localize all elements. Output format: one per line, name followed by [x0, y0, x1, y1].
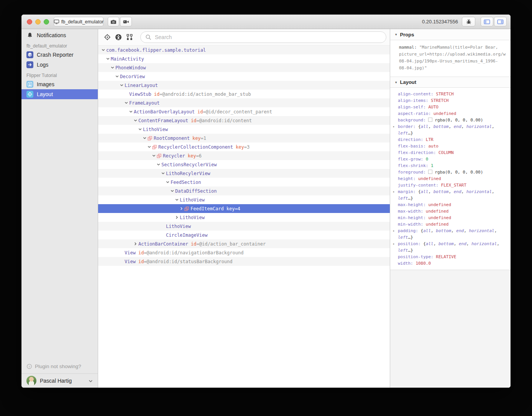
tree-node-FeedItemCard[interactable]: FeedItemCardkey=4 — [98, 204, 390, 213]
tree-node-ActionBarOverlayLayout[interactable]: ActionBarOverlayLayoutid=@id/decor_conte… — [98, 107, 390, 116]
chevron-down-icon[interactable] — [152, 154, 157, 158]
tree-node-CircleImageView[interactable]: CircleImageView — [98, 231, 390, 239]
layout-prop-value[interactable]: undefined — [418, 176, 441, 181]
chevron-down-icon[interactable] — [143, 136, 148, 141]
screen-record-button[interactable] — [120, 17, 132, 26]
tree-node-LithoView[interactable]: LithoView — [98, 195, 390, 204]
close-window-button[interactable] — [27, 19, 32, 25]
chevron-down-icon[interactable] — [133, 118, 138, 123]
layout-prop-value[interactable]: LTR — [426, 137, 433, 142]
layout-prop-value[interactable]: STRETCH — [431, 98, 448, 103]
bug-report-button[interactable] — [462, 17, 475, 26]
props-section-header[interactable]: ▾ Props — [390, 29, 511, 40]
layout-prop-border[interactable]: ▸border: {all, bottom, end, horizontal, … — [390, 123, 511, 136]
chevron-down-icon[interactable] — [110, 66, 115, 70]
sidebar-item-notifications[interactable]: Notifications — [21, 30, 98, 40]
expand-triangle-icon[interactable]: ▸ — [393, 241, 395, 247]
layout-prop-padding[interactable]: ▸padding: {all, bottom, end, horizontal,… — [390, 228, 511, 241]
layout-prop-value[interactable]: 0 — [426, 157, 429, 162]
layout-prop-value[interactable]: auto — [428, 144, 438, 149]
tree-node-com.facebook.flipper.sample.tutorial[interactable]: com.facebook.flipper.sample.tutorial — [98, 46, 390, 54]
comma: , — [461, 189, 466, 194]
chevron-down-icon[interactable] — [101, 48, 106, 52]
device-tab[interactable]: fb_default_emulator — [54, 17, 103, 26]
layout-prop-value[interactable]: undefined — [428, 215, 451, 220]
tree-node-DecorView[interactable]: DecorView — [98, 72, 390, 81]
layout-prop-value[interactable]: AUTO — [428, 105, 438, 110]
search-box[interactable] — [140, 31, 386, 43]
layout-section-header[interactable]: ▾ Layout — [390, 77, 511, 88]
tree-node-LithoView[interactable]: LithoView — [98, 213, 390, 222]
accessibility-button[interactable] — [113, 32, 124, 43]
chevron-down-icon[interactable] — [161, 171, 166, 176]
layout-prop-value[interactable]: undefined — [433, 111, 456, 116]
tree-node-MainActivity[interactable]: MainActivity — [98, 54, 390, 63]
tree-node-RecyclerCollectionComponent[interactable]: RecyclerCollectionComponentkey=3 — [98, 142, 390, 151]
tree-node-DataDiffSection[interactable]: DataDiffSection — [98, 187, 390, 195]
chevron-right-icon[interactable] — [133, 242, 138, 246]
tree-node-ContentFrameLayout[interactable]: ContentFrameLayoutid=@android:id/content — [98, 116, 390, 125]
chevron-right-icon[interactable] — [175, 215, 180, 220]
sidebar-item-crash-reporter[interactable]: Crash Reporter — [21, 50, 98, 60]
plugin-not-showing-link[interactable]: ? Plugin not showing? — [21, 361, 98, 371]
chevron-down-icon[interactable] — [147, 145, 152, 149]
user-menu[interactable]: Pascal Hartig — [21, 373, 98, 388]
chevron-down-icon[interactable] — [106, 57, 111, 61]
tree-node-View[interactable]: Viewid=@android:id/navigationBarBackgrou… — [98, 248, 390, 257]
minimize-window-button[interactable] — [35, 19, 41, 25]
chevron-down-icon[interactable] — [115, 74, 120, 79]
comma: , — [494, 228, 497, 233]
zoom-window-button[interactable] — [44, 19, 49, 25]
sidebar-item-logs[interactable]: Logs — [21, 60, 98, 70]
chevron-down-icon[interactable] — [175, 198, 180, 202]
layout-prop-value[interactable]: COLUMN — [438, 150, 454, 155]
sidebar-item-images[interactable]: Images — [21, 79, 98, 89]
color-swatch-checkbox[interactable] — [428, 118, 432, 122]
layout-prop-position[interactable]: ▸position: {all, bottom, end, horizontal… — [390, 241, 511, 254]
tree-node-FrameLayout[interactable]: FrameLayout — [98, 98, 390, 107]
layout-prop-value[interactable]: RELATIVE — [436, 254, 456, 259]
layout-prop-margin[interactable]: ▸margin: {all, bottom, end, horizontal, … — [390, 188, 511, 201]
layout-prop-value[interactable]: STRETCH — [436, 92, 453, 97]
layout-prop-flex-basis: flex-basis: auto — [390, 143, 511, 149]
chevron-down-icon[interactable] — [166, 180, 171, 185]
inspect-target-button[interactable] — [102, 32, 113, 43]
tree-node-PhoneWindow[interactable]: PhoneWindow — [98, 63, 390, 72]
tree-node-Recycler[interactable]: Recyclerkey=6 — [98, 151, 390, 160]
tree-node-LithoView[interactable]: LithoView — [98, 222, 390, 231]
layout-prop-value[interactable]: undefined — [426, 222, 449, 227]
layout-prop-value[interactable]: undefined — [428, 202, 451, 207]
tree-node-LithoView[interactable]: LithoView — [98, 125, 390, 134]
hierarchy-button[interactable] — [124, 32, 135, 43]
tree-node-View[interactable]: Viewid=@android:id/statusBarBackground — [98, 257, 390, 266]
tree-node-LinearLayout[interactable]: LinearLayout — [98, 81, 390, 90]
tree-node-ActionBarContainer[interactable]: ActionBarContainerid=@id/action_bar_cont… — [98, 239, 390, 248]
expand-triangle-icon[interactable]: ▸ — [393, 188, 395, 195]
layout-prop-value[interactable]: 1 — [431, 163, 433, 168]
layout-prop-value[interactable]: rgba(0, 0, 0, 0.00) — [435, 118, 483, 123]
chevron-down-icon[interactable] — [120, 83, 125, 88]
layout-prop-value[interactable]: 1080.0 — [415, 261, 431, 266]
expand-triangle-icon[interactable]: ▸ — [393, 123, 395, 130]
tree-node-FeedSection[interactable]: FeedSection — [98, 178, 390, 187]
expand-triangle-icon[interactable]: ▸ — [393, 228, 395, 234]
tree-node-SectionsRecyclerView[interactable]: SectionsRecyclerView — [98, 160, 390, 169]
sidebar-item-layout[interactable]: Layout — [21, 89, 98, 99]
tree-node-LithoRecylerView[interactable]: LithoRecylerView — [98, 169, 390, 178]
chevron-down-icon[interactable] — [138, 127, 143, 132]
chevron-down-icon[interactable] — [156, 162, 161, 167]
layout-prop-value[interactable]: undefined — [426, 209, 449, 214]
color-swatch-checkbox[interactable] — [428, 170, 432, 174]
tree-node-ViewStub[interactable]: ViewStubid=@android:id/action_mode_bar_s… — [98, 90, 390, 98]
chevron-right-icon[interactable] — [179, 206, 184, 211]
chevron-down-icon[interactable] — [124, 101, 129, 105]
layout-prop-value[interactable]: FLEX_START — [441, 183, 466, 188]
toggle-left-panel-button[interactable] — [481, 17, 493, 26]
search-input[interactable] — [154, 34, 381, 41]
tree-node-RootComponent[interactable]: RootComponentkey=1 — [98, 134, 390, 142]
chevron-down-icon[interactable] — [170, 189, 175, 193]
screenshot-button[interactable] — [108, 17, 119, 26]
toggle-right-panel-button[interactable] — [494, 17, 507, 26]
layout-prop-value[interactable]: rgba(0, 0, 0, 0.00) — [435, 170, 483, 175]
chevron-down-icon[interactable] — [129, 110, 134, 114]
